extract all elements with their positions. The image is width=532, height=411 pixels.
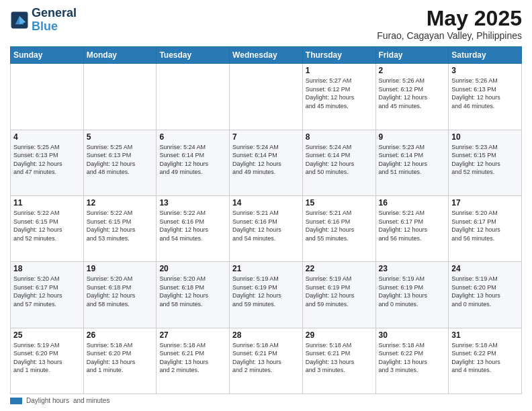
calendar-cell <box>230 64 303 130</box>
calendar-cell: 29Sunrise: 5:18 AM Sunset: 6:21 PM Dayli… <box>302 328 375 394</box>
day-info: Sunrise: 5:21 AM Sunset: 6:17 PM Dayligh… <box>379 209 446 242</box>
calendar-week-row-4: 18Sunrise: 5:20 AM Sunset: 6:17 PM Dayli… <box>11 262 522 328</box>
calendar-cell: 14Sunrise: 5:21 AM Sunset: 6:16 PM Dayli… <box>230 195 303 261</box>
day-number: 3 <box>451 66 519 75</box>
calendar-cell: 16Sunrise: 5:21 AM Sunset: 6:17 PM Dayli… <box>375 195 449 261</box>
day-number: 19 <box>87 264 154 273</box>
calendar-weekday-friday: Friday <box>375 47 449 64</box>
logo-line1: General <box>32 7 77 20</box>
day-number: 11 <box>13 198 81 208</box>
calendar-cell: 21Sunrise: 5:19 AM Sunset: 6:19 PM Dayli… <box>230 262 303 328</box>
day-info: Sunrise: 5:18 AM Sunset: 6:20 PM Dayligh… <box>87 341 154 375</box>
calendar-cell: 3Sunrise: 5:26 AM Sunset: 6:13 PM Daylig… <box>449 64 522 130</box>
day-number: 29 <box>306 330 373 340</box>
day-info: Sunrise: 5:20 AM Sunset: 6:17 PM Dayligh… <box>13 275 81 308</box>
day-number: 27 <box>159 330 226 340</box>
day-number: 16 <box>379 198 446 208</box>
day-number: 12 <box>87 198 154 208</box>
calendar-cell: 7Sunrise: 5:24 AM Sunset: 6:14 PM Daylig… <box>230 130 303 195</box>
calendar-cell: 9Sunrise: 5:23 AM Sunset: 6:14 PM Daylig… <box>375 130 449 195</box>
day-number: 7 <box>232 132 300 142</box>
day-number: 28 <box>232 330 300 340</box>
logo-line2: Blue <box>32 20 77 34</box>
day-info: Sunrise: 5:26 AM Sunset: 6:13 PM Dayligh… <box>451 77 519 110</box>
day-info: Sunrise: 5:19 AM Sunset: 6:20 PM Dayligh… <box>451 275 519 308</box>
day-number: 25 <box>13 330 81 340</box>
day-number: 14 <box>232 198 300 208</box>
day-number: 5 <box>87 132 154 142</box>
day-number: 24 <box>451 264 519 273</box>
calendar-cell: 6Sunrise: 5:24 AM Sunset: 6:14 PM Daylig… <box>157 130 230 195</box>
calendar-cell: 11Sunrise: 5:22 AM Sunset: 6:15 PM Dayli… <box>11 195 84 261</box>
daylight-swatch <box>10 398 22 404</box>
calendar-weekday-tuesday: Tuesday <box>157 47 230 64</box>
day-number: 4 <box>13 132 81 142</box>
day-info: Sunrise: 5:24 AM Sunset: 6:14 PM Dayligh… <box>232 143 300 177</box>
calendar-weekday-thursday: Thursday <box>302 47 375 64</box>
day-info: Sunrise: 5:24 AM Sunset: 6:14 PM Dayligh… <box>306 143 373 177</box>
calendar-cell: 10Sunrise: 5:23 AM Sunset: 6:15 PM Dayli… <box>449 130 522 195</box>
calendar-table: SundayMondayTuesdayWednesdayThursdayFrid… <box>10 46 522 394</box>
day-number: 31 <box>451 330 519 340</box>
calendar-cell <box>11 64 84 130</box>
calendar-cell: 18Sunrise: 5:20 AM Sunset: 6:17 PM Dayli… <box>11 262 84 328</box>
day-info: Sunrise: 5:25 AM Sunset: 6:13 PM Dayligh… <box>13 143 81 177</box>
calendar-week-row-3: 11Sunrise: 5:22 AM Sunset: 6:15 PM Dayli… <box>11 195 522 261</box>
day-info: Sunrise: 5:18 AM Sunset: 6:22 PM Dayligh… <box>379 341 446 375</box>
day-number: 6 <box>159 132 226 142</box>
day-info: Sunrise: 5:24 AM Sunset: 6:14 PM Dayligh… <box>159 143 226 177</box>
day-number: 30 <box>379 330 446 340</box>
calendar-cell: 2Sunrise: 5:26 AM Sunset: 6:12 PM Daylig… <box>375 64 449 130</box>
day-number: 18 <box>13 264 81 273</box>
day-number: 10 <box>451 132 519 142</box>
day-number: 22 <box>306 264 373 273</box>
logo-icon <box>10 11 29 30</box>
day-info: Sunrise: 5:18 AM Sunset: 6:21 PM Dayligh… <box>159 341 226 375</box>
calendar-cell: 25Sunrise: 5:19 AM Sunset: 6:20 PM Dayli… <box>11 328 84 394</box>
day-info: Sunrise: 5:22 AM Sunset: 6:16 PM Dayligh… <box>159 209 226 242</box>
day-number: 21 <box>232 264 300 273</box>
main-title: May 2025 <box>377 7 522 30</box>
header: General Blue May 2025 Furao, Cagayan Val… <box>10 7 522 41</box>
day-number: 8 <box>306 132 373 142</box>
calendar-cell: 4Sunrise: 5:25 AM Sunset: 6:13 PM Daylig… <box>11 130 84 195</box>
calendar-cell: 24Sunrise: 5:19 AM Sunset: 6:20 PM Dayli… <box>449 262 522 328</box>
calendar-cell: 31Sunrise: 5:18 AM Sunset: 6:22 PM Dayli… <box>449 328 522 394</box>
day-number: 9 <box>379 132 446 142</box>
calendar-weekday-monday: Monday <box>83 47 157 64</box>
day-info: Sunrise: 5:20 AM Sunset: 6:17 PM Dayligh… <box>451 209 519 242</box>
day-info: Sunrise: 5:20 AM Sunset: 6:18 PM Dayligh… <box>87 275 154 308</box>
logo: General Blue <box>10 7 77 34</box>
calendar-cell <box>157 64 230 130</box>
footer-label1: Daylight hours <box>26 397 69 404</box>
day-number: 15 <box>306 198 373 208</box>
day-info: Sunrise: 5:18 AM Sunset: 6:21 PM Dayligh… <box>306 341 373 375</box>
calendar-week-row-1: 1Sunrise: 5:27 AM Sunset: 6:12 PM Daylig… <box>11 64 522 130</box>
title-block: May 2025 Furao, Cagayan Valley, Philippi… <box>377 7 522 41</box>
calendar-header-row: SundayMondayTuesdayWednesdayThursdayFrid… <box>11 47 522 64</box>
day-info: Sunrise: 5:19 AM Sunset: 6:19 PM Dayligh… <box>306 275 373 308</box>
calendar-cell: 22Sunrise: 5:19 AM Sunset: 6:19 PM Dayli… <box>302 262 375 328</box>
calendar-cell: 17Sunrise: 5:20 AM Sunset: 6:17 PM Dayli… <box>449 195 522 261</box>
day-info: Sunrise: 5:18 AM Sunset: 6:21 PM Dayligh… <box>232 341 300 375</box>
page: General Blue May 2025 Furao, Cagayan Val… <box>0 0 532 411</box>
calendar-week-row-5: 25Sunrise: 5:19 AM Sunset: 6:20 PM Dayli… <box>11 328 522 394</box>
calendar-cell: 1Sunrise: 5:27 AM Sunset: 6:12 PM Daylig… <box>302 64 375 130</box>
day-number: 20 <box>159 264 226 273</box>
logo-text: General Blue <box>32 7 77 34</box>
calendar-cell <box>83 64 157 130</box>
day-info: Sunrise: 5:21 AM Sunset: 6:16 PM Dayligh… <box>306 209 373 242</box>
calendar-cell: 5Sunrise: 5:25 AM Sunset: 6:13 PM Daylig… <box>83 130 157 195</box>
day-number: 1 <box>306 66 373 75</box>
day-info: Sunrise: 5:22 AM Sunset: 6:15 PM Dayligh… <box>13 209 81 242</box>
day-info: Sunrise: 5:23 AM Sunset: 6:15 PM Dayligh… <box>451 143 519 177</box>
calendar-cell: 28Sunrise: 5:18 AM Sunset: 6:21 PM Dayli… <box>230 328 303 394</box>
day-info: Sunrise: 5:18 AM Sunset: 6:22 PM Dayligh… <box>451 341 519 375</box>
calendar-week-row-2: 4Sunrise: 5:25 AM Sunset: 6:13 PM Daylig… <box>11 130 522 195</box>
day-info: Sunrise: 5:21 AM Sunset: 6:16 PM Dayligh… <box>232 209 300 242</box>
calendar-cell: 8Sunrise: 5:24 AM Sunset: 6:14 PM Daylig… <box>302 130 375 195</box>
subtitle: Furao, Cagayan Valley, Philippines <box>377 30 522 41</box>
day-info: Sunrise: 5:19 AM Sunset: 6:20 PM Dayligh… <box>13 341 81 375</box>
day-number: 17 <box>451 198 519 208</box>
day-number: 23 <box>379 264 446 273</box>
